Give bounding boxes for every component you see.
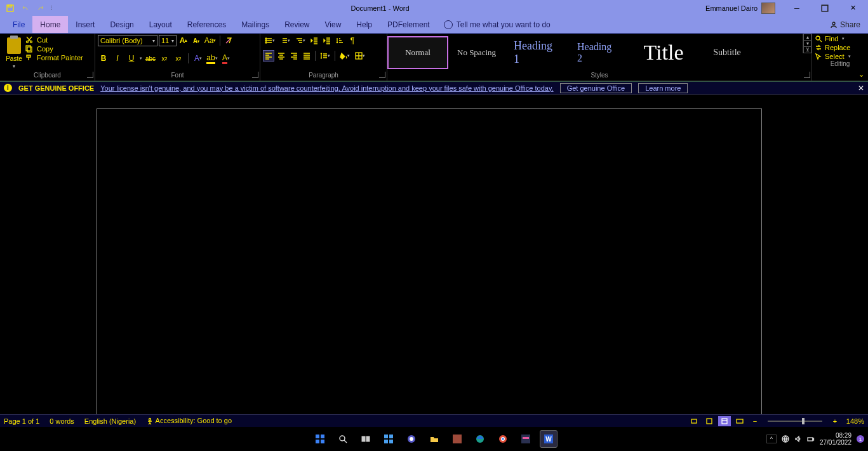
select-button[interactable]: Select▾: [815, 53, 867, 60]
zoom-level[interactable]: 148%: [846, 417, 864, 425]
line-spacing-button[interactable]: ▾: [318, 50, 332, 62]
bold-button[interactable]: B: [98, 53, 109, 64]
multilevel-list-button[interactable]: ▾: [293, 35, 307, 46]
tab-mailings[interactable]: Mailings: [234, 16, 277, 33]
word-icon[interactable]: W: [540, 430, 558, 448]
font-size-combo[interactable]: 11▾: [159, 35, 177, 46]
font-name-combo[interactable]: Calibri (Body)▾: [98, 35, 157, 46]
tab-pdfelement[interactable]: PDFelement: [380, 16, 437, 33]
underline-button[interactable]: U: [126, 53, 137, 64]
replace-button[interactable]: Replace: [815, 44, 867, 51]
print-layout-button[interactable]: [718, 416, 731, 426]
gallery-up[interactable]: ▴: [803, 34, 811, 40]
status-words[interactable]: 0 words: [50, 417, 74, 425]
style-normal[interactable]: Normal: [387, 36, 448, 69]
teams-icon[interactable]: [403, 430, 420, 448]
font-launcher[interactable]: [252, 72, 258, 78]
highlight-button[interactable]: ab▾: [206, 53, 218, 64]
tab-references[interactable]: References: [180, 16, 234, 33]
gallery-more[interactable]: ⊻: [803, 46, 811, 53]
tab-file[interactable]: File: [5, 16, 32, 33]
decrease-indent-button[interactable]: [309, 35, 320, 46]
task-view-button[interactable]: [357, 430, 375, 448]
grow-font-button[interactable]: A▴: [178, 35, 189, 46]
zoom-slider[interactable]: [768, 421, 822, 422]
share-button[interactable]: Share: [822, 16, 868, 33]
search-button[interactable]: [334, 430, 352, 448]
undo-button[interactable]: [18, 1, 33, 15]
tell-me-search[interactable]: Tell me what you want to do: [444, 16, 551, 33]
style-no-spacing[interactable]: No Spacing: [448, 36, 505, 69]
zoom-in-button[interactable]: +: [829, 416, 841, 426]
chrome-icon[interactable]: [494, 430, 512, 448]
text-effects-button[interactable]: A▾: [192, 53, 204, 64]
notice-message[interactable]: Your license isn't genuine, and you may …: [100, 84, 553, 92]
style-heading1[interactable]: Heading 1: [505, 36, 568, 69]
align-right-button[interactable]: [288, 50, 300, 62]
focus-mode-button[interactable]: [703, 416, 716, 426]
tab-home[interactable]: Home: [32, 16, 68, 33]
style-title[interactable]: Title: [625, 36, 702, 69]
font-color-button[interactable]: A▾: [220, 53, 232, 64]
redo-button[interactable]: [33, 1, 48, 15]
bullets-button[interactable]: ▾: [263, 35, 277, 46]
ribbon-collapse-button[interactable]: ⌄: [858, 70, 864, 79]
tab-view[interactable]: View: [317, 16, 349, 33]
cut-button[interactable]: Cut: [25, 36, 83, 44]
increase-indent-button[interactable]: [321, 35, 333, 46]
clipboard-launcher[interactable]: [87, 72, 93, 78]
close-button[interactable]: ✕: [840, 1, 865, 15]
app-icon-1[interactable]: [448, 430, 466, 448]
page[interactable]: [97, 108, 762, 414]
learn-more-button[interactable]: Learn more: [638, 83, 688, 93]
shrink-font-button[interactable]: A▾: [190, 35, 202, 46]
battery-icon[interactable]: [807, 435, 815, 443]
volume-icon[interactable]: [794, 435, 802, 443]
tab-layout[interactable]: Layout: [142, 16, 180, 33]
edge-icon[interactable]: [471, 430, 489, 448]
zoom-out-button[interactable]: −: [749, 416, 761, 426]
app-icon-2[interactable]: [517, 430, 535, 448]
copy-button[interactable]: Copy: [25, 45, 83, 53]
web-layout-button[interactable]: [733, 416, 746, 426]
tab-review[interactable]: Review: [277, 16, 317, 33]
paragraph-launcher[interactable]: [379, 72, 385, 78]
clock[interactable]: 08:29 27/01/2022: [820, 432, 851, 446]
minimize-button[interactable]: ─: [784, 1, 810, 15]
macro-indicator[interactable]: [688, 416, 700, 426]
document-canvas[interactable]: [0, 95, 868, 414]
subscript-button[interactable]: x2: [159, 53, 170, 64]
qat-customize[interactable]: ⋮: [48, 1, 55, 15]
align-center-button[interactable]: [276, 50, 287, 62]
style-heading2[interactable]: Heading 2: [568, 36, 625, 69]
find-button[interactable]: Find▾: [815, 35, 867, 42]
status-language[interactable]: English (Nigeria): [84, 417, 136, 425]
borders-button[interactable]: ▾: [353, 50, 367, 62]
maximize-button[interactable]: [812, 1, 838, 15]
status-accessibility[interactable]: Accessibility: Good to go: [146, 417, 232, 425]
status-page[interactable]: Page 1 of 1: [4, 417, 39, 425]
format-painter-button[interactable]: Format Painter: [25, 54, 83, 62]
styles-launcher[interactable]: [804, 72, 810, 78]
notice-close-button[interactable]: ✕: [858, 84, 864, 93]
get-genuine-button[interactable]: Get genuine Office: [560, 83, 632, 93]
save-button[interactable]: [3, 1, 18, 15]
align-left-button[interactable]: [263, 50, 274, 62]
numbering-button[interactable]: ▾: [278, 35, 292, 46]
strikethrough-button[interactable]: abc: [145, 53, 156, 64]
gallery-down[interactable]: ▾: [803, 40, 811, 46]
notifications-badge[interactable]: 1: [857, 435, 864, 443]
widgets-button[interactable]: [380, 430, 397, 448]
italic-button[interactable]: I: [112, 53, 123, 64]
account-button[interactable]: Emmanuel Dairo: [705, 3, 775, 14]
change-case-button[interactable]: Aa▾: [203, 35, 217, 46]
shading-button[interactable]: ▾: [338, 50, 352, 62]
sort-button[interactable]: [334, 35, 345, 46]
tray-overflow[interactable]: ^: [766, 435, 777, 443]
clear-formatting-button[interactable]: [223, 35, 234, 46]
start-button[interactable]: [311, 430, 329, 448]
tab-design[interactable]: Design: [102, 16, 141, 33]
show-marks-button[interactable]: ¶: [347, 35, 358, 46]
justify-button[interactable]: [301, 50, 312, 62]
superscript-button[interactable]: x2: [173, 53, 184, 64]
